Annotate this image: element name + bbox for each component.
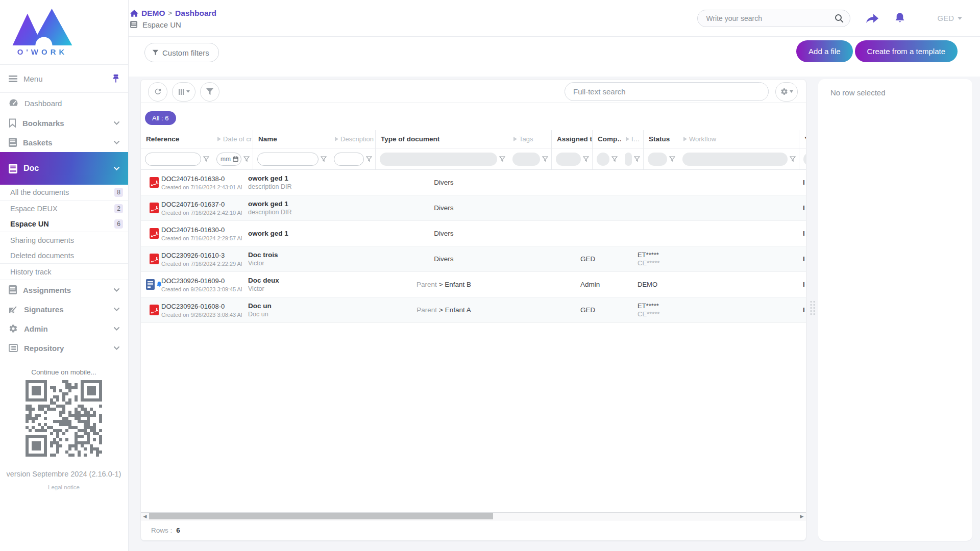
sidebar-item-dashboard[interactable]: Dashboard: [0, 93, 128, 113]
sidebar-item-signatures[interactable]: Signatures: [0, 299, 128, 319]
sidebar-subitem-espace-deux[interactable]: Espace DEUX 2: [0, 201, 128, 216]
gear-icon: [9, 324, 18, 333]
horizontal-scrollbar[interactable]: ◀ ▶: [141, 512, 806, 520]
sidebar-subitem-history-track[interactable]: History track: [0, 264, 128, 280]
sidebar-subitem-all-documents[interactable]: All the documents 8: [0, 185, 128, 201]
filter-input-description[interactable]: [334, 153, 364, 166]
add-file-button[interactable]: Add a file: [796, 40, 853, 62]
sidebar-item-admin[interactable]: Admin: [0, 319, 128, 338]
column-header-description[interactable]: Description: [330, 130, 376, 148]
sidebar-item-doc[interactable]: Doc: [0, 152, 128, 185]
document-name: owork ged 1: [248, 174, 369, 182]
document-type: Divers: [434, 230, 453, 237]
rows-label: Rows :: [151, 527, 172, 534]
legal-notice-link[interactable]: Legal notice: [0, 484, 128, 490]
scroll-right-arrow[interactable]: ▶: [798, 513, 806, 520]
filter-menu-description[interactable]: [366, 156, 373, 162]
document-reference: DOC230926-01610-3: [161, 252, 242, 259]
filter-cell-workflow: [678, 148, 799, 169]
column-header-y[interactable]: Y…: [799, 130, 806, 148]
custom-filters-button[interactable]: Custom filters: [144, 43, 219, 62]
table-row[interactable]: DOC230926-01610-3 Created on 7/16/2024 2…: [141, 246, 806, 272]
sidebar: O'WORK Menu Dashboard Bookmarks: [0, 0, 129, 551]
filter-button[interactable]: [200, 82, 219, 102]
column-header-workflow[interactable]: Workflow: [678, 130, 799, 148]
scrollbar-track[interactable]: [149, 513, 798, 520]
filter-menu-date[interactable]: [243, 156, 251, 162]
column-label: Description: [340, 135, 374, 143]
document-created-date: Created on 9/26/2023 3:08:43 AM: [161, 312, 242, 318]
pin-icon[interactable]: [112, 74, 119, 83]
sidebar-subitem-espace-un[interactable]: Espace UN 6: [0, 216, 128, 232]
filter-menu-type[interactable]: [499, 156, 506, 162]
filter-menu-status[interactable]: [669, 156, 676, 162]
menu-toggle[interactable]: Menu: [0, 64, 128, 93]
app-logo: O'WORK: [4, 0, 81, 56]
panel-resize-handle[interactable]: [810, 301, 815, 315]
search-icon[interactable]: [835, 14, 844, 23]
breadcrumb-current-link[interactable]: Dashboard: [175, 9, 216, 18]
share-icon[interactable]: [866, 13, 879, 23]
home-icon[interactable]: [130, 10, 138, 17]
table-row[interactable]: DOC230926-01609-0 Created on 9/26/2023 3…: [141, 272, 806, 297]
filter-cell-description: [330, 148, 376, 169]
user-menu[interactable]: GED: [937, 14, 962, 22]
filter-menu-comp[interactable]: [611, 156, 619, 162]
filter-input-reference[interactable]: [145, 153, 201, 166]
subitem-label: Espace UN: [10, 220, 114, 228]
fulltext-search-input[interactable]: [573, 87, 760, 96]
filter-menu-reference[interactable]: [203, 156, 210, 162]
pdf-file-icon: [150, 254, 159, 264]
sidebar-item-label: Repository: [24, 344, 114, 353]
filter-disabled-comp: [597, 153, 609, 166]
document-created-date: Created on 7/16/2024 2:43:01 AM: [161, 184, 242, 190]
document-comp-line2: CE*****: [638, 310, 736, 318]
notifications-bell-icon[interactable]: [894, 12, 905, 24]
column-header-status[interactable]: Status: [644, 130, 678, 148]
filter-menu-name[interactable]: [321, 156, 328, 162]
filter-date-input-date[interactable]: mm/d: [216, 153, 241, 166]
chevron-down-icon: [114, 121, 119, 125]
global-search-input[interactable]: [706, 14, 835, 22]
table-settings-button[interactable]: [775, 82, 798, 102]
column-header-date[interactable]: Date of cr…: [212, 130, 253, 148]
column-header-comp[interactable]: Comp…: [593, 130, 621, 148]
filter-menu-workflow[interactable]: [790, 156, 797, 162]
document-reference: DOC230926-01608-0: [161, 303, 242, 310]
sidebar-item-assignments[interactable]: Assignments: [0, 280, 128, 299]
sidebar-subitem-sharing-documents[interactable]: Sharing documents: [0, 232, 128, 248]
document-name: owork ged 1: [248, 200, 369, 208]
sidebar-item-bookmarks[interactable]: Bookmarks: [0, 113, 128, 133]
scroll-left-arrow[interactable]: ◀: [141, 513, 149, 520]
document-description: description DIR: [248, 183, 369, 190]
columns-button[interactable]: [172, 82, 195, 102]
filter-menu-tags[interactable]: [542, 156, 549, 162]
column-header-tags[interactable]: Tags: [508, 130, 552, 148]
filter-menu-i[interactable]: [634, 156, 641, 162]
column-header-assigned[interactable]: Assigned t…: [552, 130, 593, 148]
pdf-file-icon: [150, 203, 159, 213]
subitem-label: Deleted documents: [10, 252, 123, 260]
column-header-type[interactable]: Type of document: [376, 130, 508, 148]
truncated-cell-text: I: [803, 170, 806, 195]
column-header-name[interactable]: Name: [253, 130, 330, 148]
table-row[interactable]: DOC240716-01638-0 Created on 7/16/2024 2…: [141, 170, 806, 195]
refresh-button[interactable]: [148, 82, 167, 102]
table-row[interactable]: DOC240716-01637-0 Created on 7/16/2024 2…: [141, 195, 806, 221]
table-row[interactable]: DOC240716-01630-0 Created on 7/16/2024 2…: [141, 221, 806, 246]
scrollbar-thumb[interactable]: [149, 513, 493, 519]
create-from-template-button[interactable]: Create from a template: [855, 40, 958, 62]
filter-menu-assigned[interactable]: [583, 156, 590, 162]
table-row[interactable]: DOC230926-01608-0 Created on 9/26/2023 3…: [141, 297, 806, 323]
filter-cell-reference: [141, 148, 212, 169]
column-header-i[interactable]: I…: [621, 130, 644, 148]
sidebar-subitem-deleted-documents[interactable]: Deleted documents: [0, 248, 128, 264]
sidebar-item-baskets[interactable]: Baskets: [0, 133, 128, 152]
filter-input-name[interactable]: [257, 153, 318, 166]
calendar-icon[interactable]: [233, 156, 238, 162]
column-header-reference[interactable]: Reference: [141, 130, 212, 148]
sidebar-item-repository[interactable]: Repository: [0, 338, 128, 358]
breadcrumb-root-link[interactable]: DEMO: [141, 9, 165, 18]
all-count-chip[interactable]: All : 6: [145, 111, 176, 125]
chevron-down-icon: [114, 167, 119, 170]
